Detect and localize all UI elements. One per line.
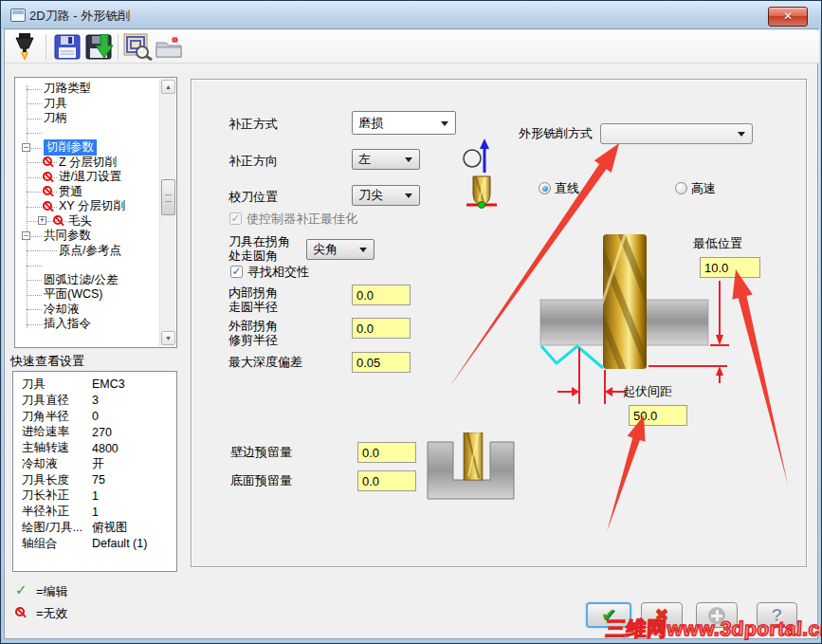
radio-highspeed-label[interactable]: 高速 xyxy=(691,181,716,195)
watermark: 三维网www.3dportal.cn xyxy=(605,616,822,642)
find-intersect-label[interactable]: 寻找相交性 xyxy=(247,265,309,279)
qv-value: 75 xyxy=(92,473,105,487)
tree-item[interactable]: XY 分层切削 xyxy=(15,199,159,214)
qv-label: 主轴转速 xyxy=(22,440,92,456)
comp-type-combo[interactable]: 磨损 xyxy=(352,111,456,135)
corner-round-value: 尖角 xyxy=(313,242,338,256)
qv-value: 俯视图 xyxy=(92,520,128,536)
find-intersect-checkbox[interactable]: ✓ xyxy=(230,266,243,278)
disabled-icon xyxy=(53,215,63,225)
qv-label: 刀角半径 xyxy=(22,409,92,425)
radio-line-label[interactable]: 直线 xyxy=(555,181,579,195)
inner-corner-input[interactable] xyxy=(352,285,411,305)
tree-item[interactable]: 插入指令 xyxy=(15,317,159,332)
chevron-down-icon xyxy=(738,132,745,137)
corner-round-combo[interactable]: 尖角 xyxy=(306,239,374,260)
qv-label: 刀长补正 xyxy=(22,488,92,504)
optimize-checkbox[interactable]: ✓ xyxy=(229,212,242,225)
tree-item[interactable]: 贯通 xyxy=(15,185,159,200)
tip-comp-combo[interactable]: 刀尖 xyxy=(352,185,420,206)
tool-icon[interactable] xyxy=(13,32,36,61)
toolbar-separator xyxy=(46,34,46,61)
quick-view-row: 进给速率270 xyxy=(22,424,176,440)
scroll-up-icon[interactable]: ▲ xyxy=(161,80,175,94)
outer-corner-input[interactable] xyxy=(352,318,411,339)
quick-view-row: 半径补正1 xyxy=(22,504,176,520)
comp-dir-combo[interactable]: 左 xyxy=(352,149,420,170)
contour-style-combo[interactable] xyxy=(600,123,753,144)
disabled-icon xyxy=(43,201,52,211)
save-icon[interactable] xyxy=(54,34,81,60)
chevron-down-icon xyxy=(359,248,367,252)
qv-label: 绘图/刀具... xyxy=(22,520,92,536)
undulate-input[interactable] xyxy=(629,405,687,426)
inner-corner-label-1: 内部拐角 xyxy=(228,285,278,300)
dialog-window: 2D刀路 - 外形铣削 ✕ xyxy=(0,0,822,644)
save-export-icon[interactable] xyxy=(85,34,114,60)
tree-item[interactable]: −共同参数 xyxy=(15,229,159,244)
expand-icon[interactable]: + xyxy=(38,216,46,225)
radio-line[interactable] xyxy=(539,182,551,194)
qv-label: 刀具直径 xyxy=(22,393,92,409)
comp-type-label: 补正方式 xyxy=(228,117,278,131)
tip-comp-label: 校刀位置 xyxy=(228,190,278,204)
chevron-down-icon xyxy=(441,121,448,126)
radio-highspeed[interactable] xyxy=(675,182,687,194)
wall-stock-label: 壁边预留量 xyxy=(230,445,292,459)
tree-item[interactable]: −切削参数 xyxy=(15,140,159,156)
tree-item[interactable]: 进/退刀设置 xyxy=(15,170,159,185)
qv-value: 3 xyxy=(92,394,99,407)
qv-label: 轴组合 xyxy=(22,536,92,552)
quick-view-row: 刀角半径0 xyxy=(22,409,176,425)
tree-spacer xyxy=(15,258,159,273)
tree-item[interactable]: 圆弧过滤/公差 xyxy=(15,273,159,288)
qv-value: EMC3 xyxy=(92,377,125,391)
disabled-icon xyxy=(43,172,52,181)
quick-view-row: 刀长补正1 xyxy=(22,488,176,505)
quick-view-title: 快速查看设置 xyxy=(10,354,84,368)
delete-operation-icon[interactable] xyxy=(155,36,186,60)
tree-scrollbar[interactable]: ▲ ▼ xyxy=(159,79,175,346)
quick-view-row: 冷却液开 xyxy=(22,456,176,472)
tree-item[interactable]: +毛头 xyxy=(15,214,159,230)
undulate-label: 起伏间距 xyxy=(623,384,672,398)
collapse-icon[interactable]: − xyxy=(22,143,30,152)
disabled-icon xyxy=(43,156,52,166)
comp-dir-label: 补正方向 xyxy=(228,154,278,168)
parameter-tree: 刀路类型刀具刀柄−切削参数Z 分层切削进/退刀设置贯通XY 分层切削+毛头−共同… xyxy=(14,77,177,348)
tree-item[interactable]: 冷却液 xyxy=(15,303,159,318)
outer-corner-label-2: 修剪半径 xyxy=(228,333,278,347)
tree-item[interactable]: 原点/参考点 xyxy=(15,244,159,259)
inner-corner-label-2: 走圆半径 xyxy=(228,300,278,314)
qv-label: 半径补正 xyxy=(22,504,92,520)
scroll-down-icon[interactable]: ▼ xyxy=(161,331,175,345)
quick-view-row: 轴组合Default (1) xyxy=(22,536,176,552)
qv-label: 刀具 xyxy=(22,377,92,393)
qv-value: 开 xyxy=(92,456,104,472)
tree-item[interactable]: 刀路类型 xyxy=(15,82,159,97)
direction-diagram-icon xyxy=(462,137,492,175)
title-bar[interactable]: 2D刀路 - 外形铣削 ✕ xyxy=(1,1,822,29)
collapse-icon[interactable]: − xyxy=(22,231,30,240)
floor-stock-input[interactable] xyxy=(357,470,416,491)
zoom-window-icon[interactable] xyxy=(123,33,154,61)
qv-label: 进给速率 xyxy=(22,424,92,440)
scroll-thumb[interactable] xyxy=(161,179,175,215)
qv-value: 1 xyxy=(92,506,99,519)
toolbar-separator xyxy=(118,34,119,61)
tree-item[interactable]: 刀具 xyxy=(15,97,159,112)
stock-slot-diagram xyxy=(426,432,516,501)
close-button[interactable]: ✕ xyxy=(768,7,808,27)
quick-view-row: 主轴转速4800 xyxy=(22,440,176,456)
comp-type-value: 磨损 xyxy=(358,116,383,130)
qv-value: 4800 xyxy=(92,442,119,455)
wall-stock-input[interactable] xyxy=(357,442,416,463)
tree-item[interactable]: 平面(WCS) xyxy=(15,287,159,303)
chevron-down-icon xyxy=(405,193,412,198)
qv-value: 270 xyxy=(92,426,112,439)
max-depth-input[interactable] xyxy=(352,352,411,373)
tree-item[interactable]: 刀柄 xyxy=(15,111,159,126)
tree-item[interactable]: Z 分层切削 xyxy=(15,156,159,171)
optimize-label[interactable]: 使控制器补正最佳化 xyxy=(247,212,357,226)
tool-tip-diagram-icon xyxy=(465,175,499,211)
